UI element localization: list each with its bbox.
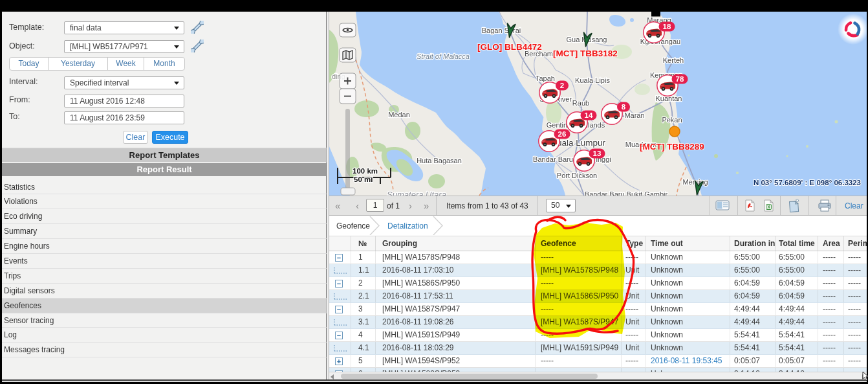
- svg-text:100 km: 100 km: [353, 167, 378, 175]
- svg-text:Tapah: Tapah: [536, 74, 555, 82]
- svg-text:N 03° 57.6809' : E 098° 06.332: N 03° 57.6809' : E 098° 06.3323: [754, 179, 861, 186]
- svg-text:8: 8: [622, 103, 626, 111]
- svg-text:2: 2: [560, 82, 564, 89]
- svg-text:18: 18: [663, 23, 671, 30]
- svg-text:Maran: Maran: [624, 111, 644, 119]
- svg-text:Kerteh: Kerteh: [663, 56, 684, 64]
- svg-text:Kuala Lipis: Kuala Lipis: [575, 76, 610, 84]
- svg-text:Sumatera Utara: Sumatera Utara: [387, 190, 446, 196]
- svg-text:Port Dickson: Port Dickson: [557, 172, 597, 179]
- svg-text:50 mi: 50 mi: [354, 175, 373, 183]
- svg-text:Medan: Medan: [388, 111, 410, 119]
- svg-text:Huta Bagasan: Huta Bagasan: [417, 157, 462, 164]
- svg-text:Bagan Serai: Bagan Serai: [482, 27, 521, 34]
- svg-text:Bandar Baru: Bandar Baru: [533, 155, 573, 163]
- svg-text:Pekan: Pekan: [662, 116, 682, 124]
- svg-text:[MCT] TBB8289: [MCT] TBB8289: [640, 142, 704, 152]
- svg-text:X: X: [767, 205, 770, 209]
- svg-text:26: 26: [558, 130, 567, 138]
- svg-text:78: 78: [676, 75, 684, 83]
- svg-text:[MCT] TBB3182: [MCT] TBB3182: [553, 49, 618, 58]
- svg-text:Raub: Raub: [572, 99, 589, 107]
- svg-text:Bandar Baru Bukit Gambir: Bandar Baru Bukit Gambir: [585, 190, 668, 196]
- svg-text:13: 13: [593, 150, 602, 157]
- svg-text:14: 14: [585, 111, 593, 119]
- svg-text:Strait of Malacca: Strait of Malacca: [417, 52, 470, 60]
- svg-text:[GLO] BLB4472: [GLO] BLB4472: [477, 42, 542, 52]
